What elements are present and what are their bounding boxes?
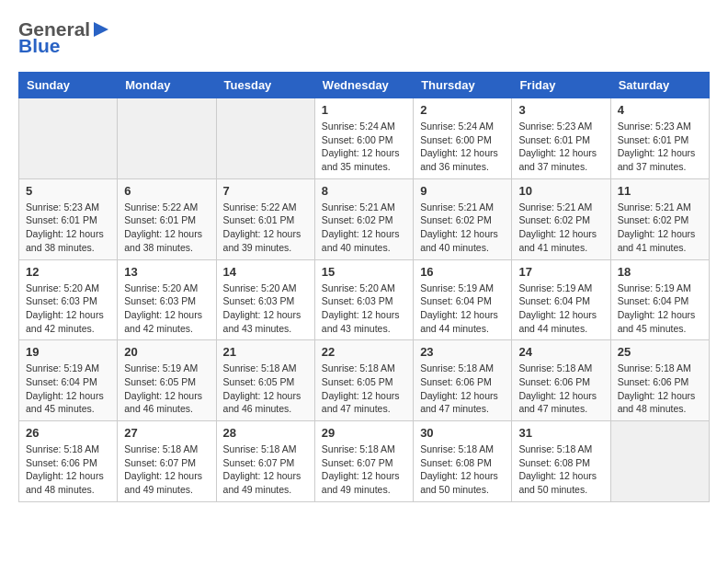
calendar-cell: 11Sunrise: 5:21 AM Sunset: 6:02 PM Dayli… (610, 178, 709, 259)
calendar-cell: 25Sunrise: 5:18 AM Sunset: 6:06 PM Dayli… (610, 340, 709, 421)
day-number: 21 (223, 345, 308, 359)
calendar-cell: 21Sunrise: 5:18 AM Sunset: 6:05 PM Dayli… (216, 340, 314, 421)
day-info: Sunrise: 5:23 AM Sunset: 6:01 PM Dayligh… (26, 201, 110, 255)
day-info: Sunrise: 5:18 AM Sunset: 6:05 PM Dayligh… (322, 362, 406, 416)
day-info: Sunrise: 5:18 AM Sunset: 6:08 PM Dayligh… (420, 442, 505, 497)
day-info: Sunrise: 5:22 AM Sunset: 6:01 PM Dayligh… (124, 201, 209, 255)
day-number: 2 (420, 103, 505, 117)
calendar-week-row: 26Sunrise: 5:18 AM Sunset: 6:06 PM Dayli… (19, 421, 710, 502)
day-info: Sunrise: 5:22 AM Sunset: 6:01 PM Dayligh… (223, 201, 308, 255)
calendar-cell: 16Sunrise: 5:19 AM Sunset: 6:04 PM Dayli… (414, 259, 512, 340)
calendar-cell: 13Sunrise: 5:20 AM Sunset: 6:03 PM Dayli… (118, 259, 216, 340)
day-info: Sunrise: 5:21 AM Sunset: 6:02 PM Dayligh… (420, 201, 505, 255)
day-info: Sunrise: 5:23 AM Sunset: 6:01 PM Dayligh… (518, 120, 603, 174)
calendar-cell: 14Sunrise: 5:20 AM Sunset: 6:03 PM Dayli… (216, 259, 314, 340)
calendar-cell (216, 98, 314, 179)
day-number: 18 (618, 265, 702, 279)
day-info: Sunrise: 5:18 AM Sunset: 6:07 PM Dayligh… (223, 442, 308, 497)
day-number: 19 (26, 345, 110, 359)
day-number: 14 (223, 265, 308, 279)
calendar-cell: 10Sunrise: 5:21 AM Sunset: 6:02 PM Dayli… (512, 178, 610, 259)
day-number: 27 (124, 426, 209, 440)
day-info: Sunrise: 5:19 AM Sunset: 6:04 PM Dayligh… (618, 282, 702, 336)
day-number: 8 (322, 184, 406, 198)
calendar-cell: 28Sunrise: 5:18 AM Sunset: 6:07 PM Dayli… (216, 421, 314, 502)
column-header-thursday: Thursday (414, 73, 512, 98)
day-number: 31 (518, 426, 603, 440)
day-info: Sunrise: 5:18 AM Sunset: 6:07 PM Dayligh… (124, 442, 209, 497)
calendar-cell: 29Sunrise: 5:18 AM Sunset: 6:07 PM Dayli… (314, 421, 413, 502)
calendar-cell: 6Sunrise: 5:22 AM Sunset: 6:01 PM Daylig… (118, 178, 216, 259)
column-header-wednesday: Wednesday (314, 73, 413, 98)
day-number: 28 (223, 426, 308, 440)
column-header-monday: Monday (118, 73, 216, 98)
calendar-cell: 3Sunrise: 5:23 AM Sunset: 6:01 PM Daylig… (512, 98, 610, 179)
day-info: Sunrise: 5:21 AM Sunset: 6:02 PM Dayligh… (322, 201, 406, 255)
calendar-week-row: 19Sunrise: 5:19 AM Sunset: 6:04 PM Dayli… (19, 340, 710, 421)
calendar-cell (118, 98, 216, 179)
calendar-cell: 1Sunrise: 5:24 AM Sunset: 6:00 PM Daylig… (314, 98, 413, 179)
logo-blue-text: Blue (18, 35, 110, 57)
day-number: 24 (518, 345, 603, 359)
calendar-cell: 23Sunrise: 5:18 AM Sunset: 6:06 PM Dayli… (414, 340, 512, 421)
calendar-cell: 2Sunrise: 5:24 AM Sunset: 6:00 PM Daylig… (414, 98, 512, 179)
calendar-cell: 7Sunrise: 5:22 AM Sunset: 6:01 PM Daylig… (216, 178, 314, 259)
calendar-table: SundayMondayTuesdayWednesdayThursdayFrid… (18, 72, 710, 502)
day-number: 5 (26, 184, 110, 198)
day-info: Sunrise: 5:18 AM Sunset: 6:06 PM Dayligh… (518, 362, 603, 416)
day-info: Sunrise: 5:21 AM Sunset: 6:02 PM Dayligh… (518, 201, 603, 255)
calendar-cell: 8Sunrise: 5:21 AM Sunset: 6:02 PM Daylig… (314, 178, 413, 259)
day-info: Sunrise: 5:19 AM Sunset: 6:04 PM Dayligh… (26, 362, 110, 416)
calendar-header-row: SundayMondayTuesdayWednesdayThursdayFrid… (19, 73, 710, 98)
day-number: 29 (322, 426, 406, 440)
day-number: 15 (322, 265, 406, 279)
day-number: 11 (618, 184, 702, 198)
calendar-cell: 20Sunrise: 5:19 AM Sunset: 6:05 PM Dayli… (118, 340, 216, 421)
day-info: Sunrise: 5:18 AM Sunset: 6:08 PM Dayligh… (518, 442, 603, 497)
calendar-week-row: 1Sunrise: 5:24 AM Sunset: 6:00 PM Daylig… (19, 98, 710, 179)
day-info: Sunrise: 5:23 AM Sunset: 6:01 PM Dayligh… (618, 120, 702, 174)
day-number: 17 (518, 265, 603, 279)
day-info: Sunrise: 5:19 AM Sunset: 6:04 PM Dayligh… (518, 282, 603, 336)
page-header: General Blue (18, 18, 710, 57)
calendar-cell: 27Sunrise: 5:18 AM Sunset: 6:07 PM Dayli… (118, 421, 216, 502)
day-info: Sunrise: 5:18 AM Sunset: 6:06 PM Dayligh… (420, 362, 505, 416)
column-header-tuesday: Tuesday (216, 73, 314, 98)
day-info: Sunrise: 5:21 AM Sunset: 6:02 PM Dayligh… (618, 201, 702, 255)
calendar-week-row: 12Sunrise: 5:20 AM Sunset: 6:03 PM Dayli… (19, 259, 710, 340)
day-number: 26 (26, 426, 110, 440)
calendar-cell: 22Sunrise: 5:18 AM Sunset: 6:05 PM Dayli… (314, 340, 413, 421)
day-info: Sunrise: 5:19 AM Sunset: 6:04 PM Dayligh… (420, 282, 505, 336)
calendar-cell: 31Sunrise: 5:18 AM Sunset: 6:08 PM Dayli… (512, 421, 610, 502)
day-number: 23 (420, 345, 505, 359)
day-info: Sunrise: 5:18 AM Sunset: 6:07 PM Dayligh… (322, 442, 406, 497)
day-number: 1 (322, 103, 406, 117)
day-number: 22 (322, 345, 406, 359)
calendar-cell (19, 98, 118, 179)
day-number: 12 (26, 265, 110, 279)
day-number: 13 (124, 265, 209, 279)
calendar-cell: 9Sunrise: 5:21 AM Sunset: 6:02 PM Daylig… (414, 178, 512, 259)
column-header-friday: Friday (512, 73, 610, 98)
calendar-cell (610, 421, 709, 502)
day-number: 4 (618, 103, 702, 117)
day-number: 25 (618, 345, 702, 359)
day-info: Sunrise: 5:18 AM Sunset: 6:05 PM Dayligh… (223, 362, 308, 416)
day-info: Sunrise: 5:20 AM Sunset: 6:03 PM Dayligh… (322, 282, 406, 336)
calendar-cell: 30Sunrise: 5:18 AM Sunset: 6:08 PM Dayli… (414, 421, 512, 502)
day-info: Sunrise: 5:18 AM Sunset: 6:06 PM Dayligh… (618, 362, 702, 416)
calendar-week-row: 5Sunrise: 5:23 AM Sunset: 6:01 PM Daylig… (19, 178, 710, 259)
calendar-cell: 12Sunrise: 5:20 AM Sunset: 6:03 PM Dayli… (19, 259, 118, 340)
day-number: 9 (420, 184, 505, 198)
calendar-cell: 24Sunrise: 5:18 AM Sunset: 6:06 PM Dayli… (512, 340, 610, 421)
calendar-cell: 18Sunrise: 5:19 AM Sunset: 6:04 PM Dayli… (610, 259, 709, 340)
day-info: Sunrise: 5:20 AM Sunset: 6:03 PM Dayligh… (26, 282, 110, 336)
day-number: 7 (223, 184, 308, 198)
calendar-cell: 19Sunrise: 5:19 AM Sunset: 6:04 PM Dayli… (19, 340, 118, 421)
day-number: 3 (518, 103, 603, 117)
day-number: 30 (420, 426, 505, 440)
day-number: 10 (518, 184, 603, 198)
logo: General Blue (18, 18, 110, 57)
day-number: 20 (124, 345, 209, 359)
day-number: 6 (124, 184, 209, 198)
